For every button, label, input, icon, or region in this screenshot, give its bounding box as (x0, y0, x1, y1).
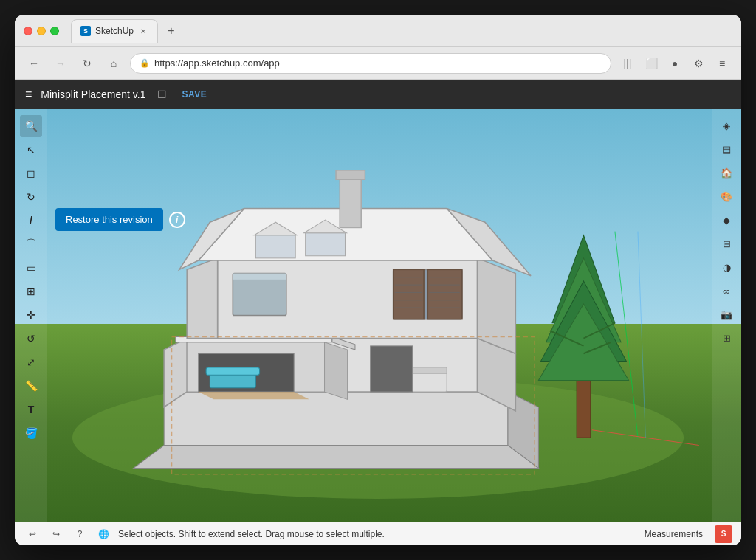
home-button[interactable]: ⌂ (103, 53, 124, 74)
browser-window: SketchUp ✕ + ← → ↻ ⌂ 🔒 https://app.sketc… (15, 15, 741, 545)
tab-overview-button[interactable]: ⬜ (641, 53, 662, 74)
scale-tool[interactable]: ⤢ (20, 351, 42, 373)
tab-bar: SketchUp ✕ + (71, 19, 182, 43)
redo-button[interactable]: ↪ (47, 525, 65, 543)
bookmarks-button[interactable]: ||| (617, 53, 638, 74)
sketchup-logo: S (715, 525, 732, 543)
left-toolbar: 🔍 ↖ ◻ ↻ / ⌒ ▭ ⊞ ✛ ↺ ⤢ 📏 T 🪣 (15, 109, 47, 522)
tape-tool[interactable]: 📏 (20, 375, 42, 397)
save-button[interactable]: SAVE (179, 88, 210, 101)
svg-rect-44 (371, 346, 413, 392)
svg-rect-20 (233, 274, 286, 316)
undo-button[interactable]: ↩ (24, 525, 41, 543)
help-button[interactable]: ? (71, 525, 89, 543)
camera-panel[interactable]: 📷 (716, 304, 737, 325)
tab-favicon (80, 26, 91, 36)
back-button[interactable]: ← (24, 53, 44, 74)
svg-rect-38 (340, 174, 361, 227)
refresh-button[interactable]: ↻ (77, 53, 97, 74)
select-tool[interactable]: ↖ (20, 139, 42, 161)
minimize-button[interactable] (37, 27, 46, 35)
arc-tool[interactable]: ⌒ (20, 233, 42, 255)
close-button[interactable] (24, 27, 32, 35)
folder-button[interactable]: ☐ (154, 87, 170, 102)
maximize-button[interactable] (50, 27, 59, 35)
styles-panel[interactable]: ◈ (716, 115, 737, 136)
components-panel[interactable]: 🏠 (716, 162, 737, 183)
lock-icon: 🔒 (140, 58, 150, 68)
layers-panel[interactable]: ▤ (716, 139, 737, 159)
fog-panel[interactable]: ∞ (716, 280, 737, 301)
menu-button[interactable]: ≡ (712, 53, 732, 74)
search-tool[interactable]: 🔍 (20, 115, 42, 137)
move-tool[interactable]: ✛ (20, 304, 42, 326)
orbit-tool[interactable]: ↻ (20, 186, 42, 208)
measurements-label: Measurements (645, 529, 703, 539)
svg-rect-16 (408, 367, 447, 373)
rectangle-tool[interactable]: ▭ (20, 257, 42, 279)
line-tool[interactable]: / (20, 210, 42, 232)
hamburger-button[interactable]: ≡ (25, 88, 32, 101)
tab-close-button[interactable]: ✕ (138, 26, 148, 36)
svg-rect-42 (306, 233, 346, 256)
status-bar: ↩ ↪ ? 🌐 Select objects. Shift to extend … (15, 522, 741, 545)
svg-rect-39 (336, 170, 365, 179)
solid-tools-panel[interactable]: ◆ (716, 210, 737, 230)
eraser-tool[interactable]: ◻ (20, 162, 42, 184)
svg-marker-18 (478, 258, 516, 353)
materials-panel[interactable]: 🎨 (716, 186, 737, 207)
sections-panel[interactable]: ⊟ (716, 233, 737, 254)
text-tool[interactable]: T (20, 398, 42, 421)
account-button[interactable]: ● (664, 53, 685, 74)
push-pull-tool[interactable]: ⊞ (20, 280, 42, 303)
svg-marker-2 (164, 392, 508, 445)
extensions-button[interactable]: ⚙ (688, 53, 709, 74)
utilities-panel[interactable]: ⊞ (716, 328, 737, 348)
url-text: https://app.sketchup.com/app (154, 58, 602, 69)
info-icon[interactable]: i (169, 212, 185, 228)
restore-revision-button[interactable]: Restore this revision (55, 208, 163, 231)
restore-banner: Restore this revision i (55, 208, 185, 231)
active-tab[interactable]: SketchUp ✕ (71, 19, 158, 43)
svg-marker-8 (325, 342, 348, 400)
app-toolbar: ≡ Minisplit Placement v.1 ☐ SAVE (15, 80, 741, 109)
scene-svg (15, 109, 741, 522)
status-text: Select objects. Shift to extend select. … (118, 529, 639, 539)
forward-button[interactable]: → (50, 53, 71, 74)
svg-marker-19 (187, 258, 217, 339)
nav-bar: ← → ↻ ⌂ 🔒 https://app.sketchup.com/app |… (15, 47, 741, 80)
svg-rect-40 (255, 235, 295, 258)
right-toolbar: ◈ ▤ 🏠 🎨 ◆ ⊟ ◑ ∞ 📷 ⊞ (712, 109, 741, 522)
rotate-tool[interactable]: ↺ (20, 328, 42, 350)
shadows-panel[interactable]: ◑ (716, 257, 737, 277)
address-bar[interactable]: 🔒 https://app.sketchup.com/app (130, 53, 611, 74)
3d-viewport[interactable]: 🔍 ↖ ◻ ↻ / ⌒ ▭ ⊞ ✛ ↺ ⤢ 📏 T 🪣 ◈ ▤ 🏠 🎨 (15, 109, 741, 522)
paint-tool[interactable]: 🪣 (20, 422, 42, 444)
tab-label: SketchUp (95, 26, 134, 36)
new-tab-button[interactable]: + (161, 21, 182, 41)
canvas-area[interactable]: 🔍 ↖ ◻ ↻ / ⌒ ▭ ⊞ ✛ ↺ ⤢ 📏 T 🪣 ◈ ▤ 🏠 🎨 (15, 109, 741, 522)
nav-actions: ||| ⬜ ● ⚙ ≡ (617, 53, 732, 74)
svg-marker-12 (199, 392, 309, 399)
title-bar: SketchUp ✕ + (15, 15, 741, 47)
globe-button[interactable]: 🌐 (94, 525, 112, 543)
svg-rect-21 (233, 274, 286, 280)
project-title: Minisplit Placement v.1 (41, 89, 145, 100)
svg-rect-14 (206, 367, 259, 375)
traffic-lights (24, 27, 59, 35)
svg-marker-1 (134, 445, 539, 468)
